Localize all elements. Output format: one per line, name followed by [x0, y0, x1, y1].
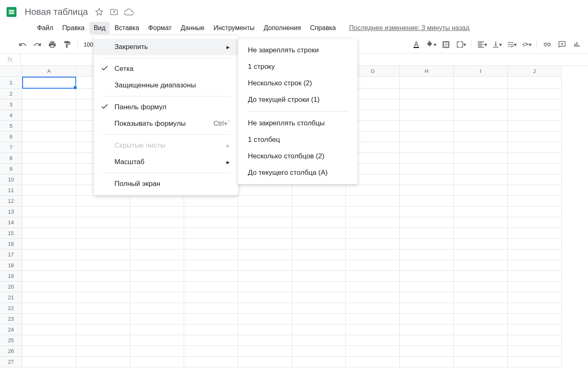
document-title[interactable]: Новая таблица	[25, 7, 88, 17]
cell[interactable]	[454, 217, 508, 228]
cell[interactable]	[238, 282, 292, 292]
cell[interactable]	[346, 260, 400, 271]
cell[interactable]	[292, 239, 346, 249]
cell[interactable]	[76, 271, 130, 282]
cell[interactable]	[184, 249, 238, 260]
cell[interactable]	[130, 228, 184, 239]
zoom-value[interactable]: 100	[82, 41, 95, 48]
cell[interactable]	[400, 77, 454, 89]
cell[interactable]	[400, 303, 454, 314]
submenu-item[interactable]: Не закреплять строки	[238, 42, 357, 59]
cell[interactable]	[346, 207, 400, 217]
cell[interactable]	[184, 239, 238, 249]
text-wrap-icon[interactable]: ▾	[505, 38, 518, 51]
cell[interactable]	[22, 271, 76, 282]
cell[interactable]	[22, 89, 76, 99]
cell[interactable]	[454, 164, 508, 174]
cell[interactable]	[184, 196, 238, 207]
cell[interactable]	[238, 324, 292, 335]
submenu-item[interactable]: Несколько столбцов (2)	[238, 148, 357, 164]
menu-item[interactable]: Полный экран	[94, 176, 238, 192]
cell[interactable]	[76, 196, 130, 207]
cell[interactable]	[508, 110, 562, 121]
cell[interactable]	[454, 271, 508, 282]
cell[interactable]	[238, 335, 292, 346]
cell[interactable]	[508, 196, 562, 207]
borders-icon[interactable]	[440, 38, 452, 51]
cell[interactable]	[130, 271, 184, 282]
cell[interactable]	[130, 260, 184, 271]
row-header[interactable]: 16	[0, 239, 22, 249]
cell[interactable]	[184, 292, 238, 303]
row-header[interactable]: 21	[0, 292, 22, 303]
insert-comment-icon[interactable]	[556, 38, 568, 51]
cell[interactable]	[400, 335, 454, 346]
submenu-item[interactable]: Несколько строк (2)	[238, 75, 357, 92]
cell[interactable]	[346, 314, 400, 324]
row-header[interactable]: 26	[0, 346, 22, 357]
cell[interactable]	[508, 357, 562, 367]
cell[interactable]	[508, 239, 562, 249]
cell[interactable]	[184, 228, 238, 239]
menu-item[interactable]: Защищенные диапазоны	[94, 77, 238, 94]
paint-format-icon[interactable]	[61, 38, 73, 51]
cell[interactable]	[184, 324, 238, 335]
cell[interactable]	[76, 228, 130, 239]
cell[interactable]	[130, 324, 184, 335]
row-header[interactable]: 12	[0, 196, 22, 207]
cell[interactable]	[454, 292, 508, 303]
cell[interactable]	[400, 324, 454, 335]
cell[interactable]	[346, 249, 400, 260]
cell[interactable]	[238, 228, 292, 239]
menu-данные[interactable]: Данные	[177, 22, 209, 34]
cell[interactable]	[292, 303, 346, 314]
undo-icon[interactable]	[16, 38, 29, 51]
cell[interactable]	[22, 174, 76, 185]
cell[interactable]	[346, 346, 400, 357]
cell[interactable]	[508, 249, 562, 260]
insert-link-icon[interactable]	[541, 38, 553, 51]
cell[interactable]	[508, 228, 562, 239]
cell[interactable]	[400, 174, 454, 185]
menu-item[interactable]: Масштаб▶	[94, 154, 238, 170]
cell[interactable]	[292, 292, 346, 303]
cell[interactable]	[508, 174, 562, 185]
cell[interactable]	[76, 260, 130, 271]
cell[interactable]	[292, 196, 346, 207]
cell[interactable]	[130, 282, 184, 292]
cell[interactable]	[346, 271, 400, 282]
cell[interactable]	[346, 217, 400, 228]
cell[interactable]	[22, 292, 76, 303]
last-edit-link[interactable]: Последнее изменение: 3 минуты назад	[349, 24, 470, 32]
row-header[interactable]: 8	[0, 153, 22, 164]
redo-icon[interactable]	[31, 38, 44, 51]
horizontal-align-icon[interactable]: ▾	[476, 38, 488, 51]
row-header[interactable]: 27	[0, 357, 22, 367]
cell[interactable]	[292, 217, 346, 228]
cell[interactable]	[454, 282, 508, 292]
cell[interactable]	[400, 110, 454, 121]
move-icon[interactable]	[109, 7, 119, 17]
cell[interactable]	[22, 239, 76, 249]
cell[interactable]	[400, 346, 454, 357]
cell[interactable]	[76, 335, 130, 346]
cell[interactable]	[454, 239, 508, 249]
cell[interactable]	[508, 282, 562, 292]
cell[interactable]	[400, 207, 454, 217]
cell[interactable]	[292, 207, 346, 217]
menu-item[interactable]: Закрепить▶	[94, 39, 238, 55]
cell[interactable]	[130, 346, 184, 357]
cell[interactable]	[76, 217, 130, 228]
row-header[interactable]: 5	[0, 121, 22, 132]
cell[interactable]	[508, 207, 562, 217]
cell[interactable]	[508, 217, 562, 228]
cell[interactable]	[292, 260, 346, 271]
print-icon[interactable]	[46, 38, 58, 51]
cell[interactable]	[508, 260, 562, 271]
cell[interactable]	[22, 249, 76, 260]
cell[interactable]	[454, 153, 508, 164]
col-header[interactable]: I	[454, 66, 508, 77]
cell[interactable]	[400, 260, 454, 271]
row-header[interactable]: 25	[0, 335, 22, 346]
cell[interactable]	[22, 77, 76, 89]
